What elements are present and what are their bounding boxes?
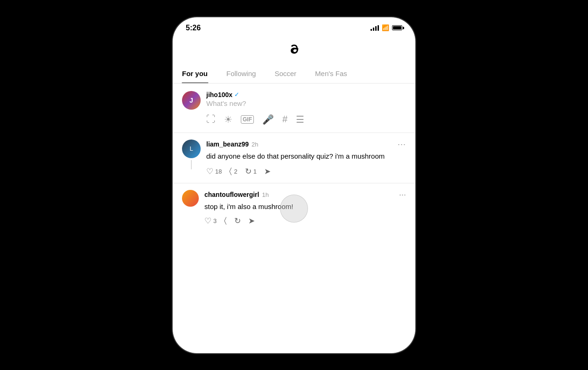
tab-mens-fas[interactable]: Men's Fas: [306, 64, 357, 83]
tab-following[interactable]: Following: [217, 64, 265, 83]
camera-icon[interactable]: ☀: [224, 114, 232, 125]
thread-line: [191, 160, 192, 169]
comment-button-chantou[interactable]: 〈: [224, 216, 227, 225]
compose-actions: ⛶ ☀ GIF 🎤 # ☰: [206, 114, 406, 125]
repost-icon: ↻: [245, 167, 252, 176]
tab-for-you[interactable]: For you: [173, 64, 217, 83]
post-user-info-liam: liam_beanz99 2h: [206, 140, 259, 148]
compose-area: jiho100x ✓ What's new? ⛶ ☀ GIF 🎤 # ☰: [206, 91, 406, 125]
reply-time-chantou: 1h: [262, 191, 268, 198]
like-button-chantou[interactable]: ♡ 3: [204, 216, 217, 226]
heart-icon-chantou: ♡: [204, 216, 211, 226]
tab-soccer[interactable]: Soccer: [265, 64, 306, 83]
wifi-icon: 📶: [382, 24, 389, 31]
comment-count-liam: 2: [234, 168, 237, 175]
comment-button-liam[interactable]: 〈 2: [229, 167, 237, 176]
reply-username-chantou: chantouflowergirl: [204, 191, 259, 198]
repost-button-liam[interactable]: ↻ 1: [245, 167, 257, 176]
post-time-liam: 2h: [252, 141, 258, 148]
comment-icon: 〈: [229, 167, 232, 176]
repost-count-liam: 1: [253, 168, 257, 175]
compose-username: jiho100x: [206, 91, 232, 98]
heart-icon: ♡: [206, 167, 213, 176]
hashtag-icon[interactable]: #: [282, 114, 287, 125]
gif-icon[interactable]: GIF: [241, 115, 254, 124]
post-avatar-col-liam: L: [182, 140, 201, 169]
post-content-liam: liam_beanz99 2h ··· did anyone else do t…: [206, 140, 406, 176]
share-button-liam[interactable]: ➤: [264, 167, 271, 176]
post-text-liam: did anyone else do that personality quiz…: [206, 151, 406, 161]
verified-icon: ✓: [234, 91, 239, 98]
repost-icon-chantou: ↻: [234, 216, 241, 226]
like-count-liam: 18: [215, 168, 222, 175]
reply-user-row-chantou: chantouflowergirl 1h ···: [204, 190, 406, 200]
compose-placeholder[interactable]: What's new?: [206, 99, 406, 107]
threads-logo: [173, 36, 415, 64]
mic-icon[interactable]: 🎤: [262, 114, 274, 125]
reply-more-chantou[interactable]: ···: [399, 190, 406, 200]
reply-text-chantou: stop it, i'm also a mushroom!: [204, 202, 406, 211]
avatar-chantou: [182, 190, 199, 207]
post-more-liam[interactable]: ···: [398, 140, 406, 149]
share-icon-chantou: ➤: [248, 216, 255, 226]
compose-avatar: J: [182, 91, 201, 110]
post-chantou: chantouflowergirl 1h ··· stop it, i'm al…: [173, 183, 415, 232]
avatar-liam: L: [182, 140, 201, 158]
status-icons: 📶: [371, 24, 402, 31]
post-liam: L liam_beanz99 2h ··· did anyone else do…: [173, 133, 415, 183]
image-icon[interactable]: ⛶: [206, 114, 216, 125]
compose-section: J jiho100x ✓ What's new? ⛶ ☀ GIF 🎤 # ☰: [173, 84, 415, 133]
share-icon: ➤: [264, 167, 271, 176]
status-bar: 5:26 📶: [173, 17, 415, 36]
reply-content-chantou: chantouflowergirl 1h ··· stop it, i'm al…: [204, 190, 406, 226]
reply-header-chantou: chantouflowergirl 1h ··· stop it, i'm al…: [182, 190, 406, 226]
signal-icon: [371, 25, 379, 31]
share-button-chantou[interactable]: ➤: [248, 216, 255, 226]
battery-icon: [392, 25, 402, 30]
reply-user-info-chantou: chantouflowergirl 1h: [204, 191, 269, 198]
compose-user-row: jiho100x ✓: [206, 91, 406, 98]
like-count-chantou: 3: [213, 217, 217, 224]
status-time: 5:26: [186, 24, 201, 32]
like-button-liam[interactable]: ♡ 18: [206, 167, 222, 176]
feed-tabs: For you Following Soccer Men's Fas: [173, 64, 415, 84]
comment-icon-chantou: 〈: [224, 216, 227, 225]
post-header-liam: L liam_beanz99 2h ··· did anyone else do…: [182, 140, 406, 176]
repost-button-chantou[interactable]: ↻: [234, 216, 241, 226]
post-user-row-liam: liam_beanz99 2h ···: [206, 140, 406, 149]
post-actions-liam: ♡ 18 〈 2 ↻ 1 ➤: [206, 167, 406, 176]
reply-actions-chantou: ♡ 3 〈 ↻ ➤: [204, 216, 406, 226]
list-icon[interactable]: ☰: [296, 114, 304, 125]
post-username-liam: liam_beanz99: [206, 140, 249, 148]
phone-frame: 5:26 📶 For you Following Soccer Men's Fa…: [173, 17, 415, 353]
